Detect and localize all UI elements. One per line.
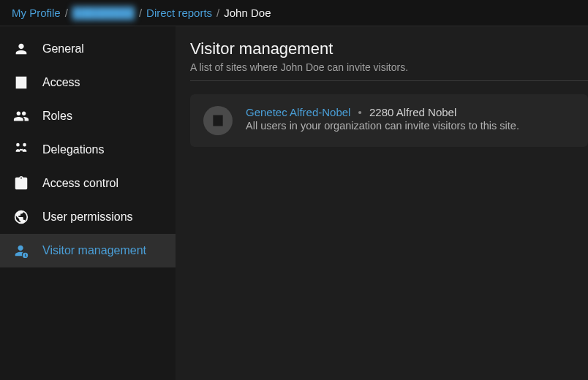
site-card: Genetec Alfred-Nobel • 2280 Alfred Nobel… [190,94,588,147]
sidebar-item-label: Roles [42,110,72,123]
sidebar-item-label: Access control [42,177,118,190]
breadcrumb-separator: / [216,7,219,19]
sidebar-item-label: Access [42,76,80,89]
breadcrumb-separator: / [139,7,142,19]
page-title: Visitor management [190,39,588,58]
breadcrumb-separator: / [65,7,68,19]
group-icon [13,108,29,124]
sidebar-item-label: User permissions [42,210,133,224]
site-info: Genetec Alfred-Nobel • 2280 Alfred Nobel… [246,106,575,132]
site-header-line: Genetec Alfred-Nobel • 2280 Alfred Nobel [246,106,575,118]
page-subtitle: A list of sites where John Doe can invit… [190,61,588,81]
person-icon [13,41,29,57]
site-description: All users in your organization can invit… [246,120,575,132]
sidebar-item-access[interactable]: Access [0,66,176,99]
sidebar-item-label: Delegations [42,143,105,156]
globe-icon [13,209,29,225]
sidebar-item-delegations[interactable]: Delegations [0,133,176,167]
sidebar-item-roles[interactable]: Roles [0,99,176,133]
building-icon [13,75,29,91]
main-content: Visitor management A list of sites where… [176,26,588,380]
site-name-link[interactable]: Genetec Alfred-Nobel [246,106,350,118]
sidebar-item-label: General [42,42,84,56]
site-address: 2280 Alfred Nobel [369,106,456,118]
breadcrumb: My Profile / ████████ / Direct reports /… [0,0,588,26]
sidebar-item-visitor-management[interactable]: Visitor management [0,234,176,267]
separator-dot: • [358,106,362,118]
breadcrumb-link-direct-reports[interactable]: Direct reports [146,7,212,19]
breadcrumb-link-person[interactable]: ████████ [72,7,135,19]
sidebar-item-user-permissions[interactable]: User permissions [0,200,176,234]
breadcrumb-current: John Doe [224,7,271,19]
person-clock-icon [13,243,29,259]
breadcrumb-link-my-profile[interactable]: My Profile [12,7,61,19]
sidebar-item-label: Visitor management [42,244,146,257]
sidebar-item-access-control[interactable]: Access control [0,167,176,200]
delegations-icon [13,142,29,158]
sidebar-item-general[interactable]: General [0,32,176,66]
sidebar: General Access Roles Delegations Access [0,26,176,380]
clipboard-icon [13,175,29,191]
building-icon [203,106,233,135]
